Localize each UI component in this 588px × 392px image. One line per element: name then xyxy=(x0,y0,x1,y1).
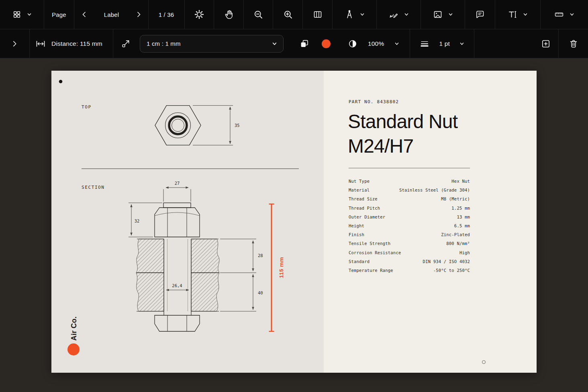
scale-icon xyxy=(121,39,131,49)
settings-button[interactable] xyxy=(185,0,214,29)
spec-value: 800 N/mm² xyxy=(446,241,470,246)
spec-label: Standard xyxy=(349,259,370,264)
label-button[interactable]: Label xyxy=(94,0,129,29)
opacity-control[interactable]: 100% xyxy=(337,29,410,58)
app-menu-button[interactable] xyxy=(0,0,44,29)
page-indicator-text: 1 / 36 xyxy=(159,11,174,18)
spec-row: StandardDIN 934 / ISO 4032 xyxy=(349,257,470,266)
chevron-down-icon xyxy=(459,41,464,46)
scale-ratio-select[interactable]: 1 cm : 1 mm xyxy=(140,35,284,53)
spec-table: Nut TypeHex Nut MaterialStainless Steel … xyxy=(349,177,470,275)
spec-value: Zinc-Plated xyxy=(441,232,470,237)
spec-row: MaterialStainless Steel (Grade 304) xyxy=(349,186,470,194)
measure-annotation-label: 115 mm xyxy=(278,257,284,278)
zoom-in-icon xyxy=(283,10,293,19)
view-label-top: TOP xyxy=(82,104,92,110)
add-note-button[interactable] xyxy=(533,29,558,58)
spec-value: Hex Nut xyxy=(451,179,470,184)
text-tool-icon xyxy=(508,10,517,19)
chevron-down-icon xyxy=(272,41,277,46)
ruler-icon xyxy=(554,10,564,19)
color-swatch-button[interactable] xyxy=(315,29,337,58)
spec-value: Stainless Steel (Grade 304) xyxy=(399,188,470,192)
sheet-title-line2: M24/H7 xyxy=(348,134,457,158)
app-window: Page Label 1 / 36 xyxy=(0,0,588,392)
trash-icon xyxy=(569,39,578,49)
spec-row: Outer Diameter13 mm xyxy=(349,212,470,221)
spec-value: 6.5 mm xyxy=(454,223,470,228)
chevron-down-icon xyxy=(394,41,399,46)
spec-label: Material xyxy=(349,188,370,192)
spec-row: Corrosion ResistanceHigh xyxy=(349,248,470,257)
spec-value: -50°C to 250°C xyxy=(433,268,470,273)
spec-row: Nut TypeHex Nut xyxy=(349,177,470,186)
chevron-right-icon xyxy=(135,11,142,18)
sheet-title-line1: Standard Nut xyxy=(348,109,457,134)
page-prev-button[interactable] xyxy=(74,0,94,29)
measure-annotation[interactable]: 115 mm xyxy=(269,204,285,331)
text-tool-button[interactable] xyxy=(495,0,541,29)
pan-tool-button[interactable] xyxy=(214,0,244,29)
image-tool-button[interactable] xyxy=(421,0,465,29)
spec-panel: PART NO. 8438802 Standard Nut M24/H7 Nut… xyxy=(324,71,537,373)
document-page: TOP 35 SECTION xyxy=(51,71,537,373)
spec-label: Outer Diameter xyxy=(349,214,385,219)
chevron-left-icon xyxy=(81,11,88,18)
spec-label: Tensile Strength xyxy=(349,241,390,246)
duplicate-button[interactable] xyxy=(294,29,315,58)
dim-26-4-label: 26,4 xyxy=(172,283,182,288)
spec-row: FinishZinc-Plated xyxy=(349,230,470,239)
dim-28-label: 28 xyxy=(258,253,263,258)
page-nav-group: Page Label 1 / 36 xyxy=(44,0,185,29)
duplicate-icon xyxy=(300,39,309,49)
sheet-title: Standard Nut M24/H7 xyxy=(348,109,457,158)
title-divider xyxy=(349,168,470,168)
document-canvas[interactable]: TOP 35 SECTION xyxy=(0,58,588,392)
distance-readout: Distance: 115 mm xyxy=(30,29,113,58)
annotation-dot xyxy=(59,80,63,84)
dim-27-label: 27 xyxy=(175,181,180,186)
spec-row: Thread Pitch1.25 mm xyxy=(349,204,470,212)
dim-35-label: 35 xyxy=(235,123,240,128)
scale-ratio-value: 1 cm : 1 mm xyxy=(147,40,181,47)
image-icon xyxy=(433,10,443,19)
signature-tool-button[interactable] xyxy=(377,0,421,29)
dim-35-lines xyxy=(193,106,233,145)
measure-tool-button[interactable] xyxy=(333,0,377,29)
brand-dot xyxy=(67,343,80,355)
drawing-panel: TOP 35 SECTION xyxy=(51,71,324,373)
chevron-right-icon xyxy=(11,40,19,48)
zoom-out-button[interactable] xyxy=(244,0,273,29)
chevron-down-icon xyxy=(570,12,574,17)
color-swatch xyxy=(322,39,331,48)
part-number: PART NO. 8438802 xyxy=(349,99,399,104)
spec-row: Thread SizeM8 (Metric) xyxy=(349,194,470,203)
spec-value: High xyxy=(459,250,470,255)
page-marker-circle xyxy=(482,360,486,364)
zoom-in-button[interactable] xyxy=(273,0,303,29)
distance-readout-text: Distance: 115 mm xyxy=(51,40,102,47)
hand-icon xyxy=(224,10,234,19)
add-note-icon xyxy=(541,39,551,49)
spec-value: 1.25 mm xyxy=(451,206,470,210)
ruler-tool-button[interactable] xyxy=(541,0,588,29)
spec-label: Thread Size xyxy=(349,196,378,201)
delete-button[interactable] xyxy=(558,29,588,58)
layout-columns-button[interactable] xyxy=(303,0,333,29)
caliper-icon xyxy=(345,10,354,19)
chevron-down-icon xyxy=(27,12,32,17)
columns-icon xyxy=(313,10,323,19)
line-weight-icon xyxy=(420,39,429,49)
stroke-width-control[interactable]: 1 pt xyxy=(410,29,474,58)
page-label: Page xyxy=(44,0,74,29)
comment-icon xyxy=(475,10,485,19)
nut-section-view xyxy=(136,203,219,331)
dim-40-label: 40 xyxy=(258,290,263,295)
expand-panel-button[interactable] xyxy=(0,29,30,58)
spec-label: Thread Pitch xyxy=(349,206,380,210)
spec-label: Temperature Range xyxy=(349,268,393,273)
scale-tool-button[interactable] xyxy=(113,29,138,58)
comment-tool-button[interactable] xyxy=(465,0,495,29)
page-label-text: Page xyxy=(52,11,66,18)
page-next-button[interactable] xyxy=(129,0,149,29)
